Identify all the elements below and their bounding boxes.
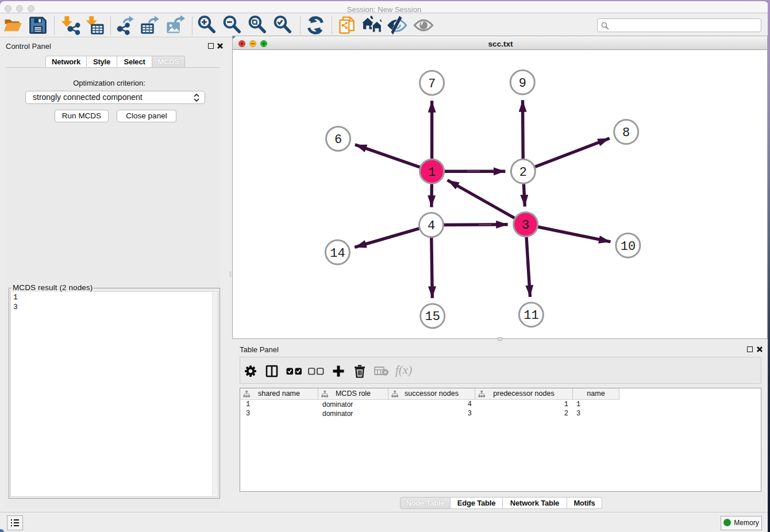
svg-text:11: 11 bbox=[523, 309, 538, 323]
svg-text:2: 2 bbox=[519, 165, 526, 180]
svg-text:6: 6 bbox=[334, 133, 341, 147]
svg-text:8: 8 bbox=[622, 126, 630, 140]
svg-text:9: 9 bbox=[518, 76, 526, 91]
svg-text:10: 10 bbox=[620, 240, 635, 254]
svg-text:1: 1 bbox=[428, 165, 436, 180]
svg-text:7: 7 bbox=[428, 77, 436, 91]
svg-text:14: 14 bbox=[330, 246, 345, 261]
svg-text:15: 15 bbox=[425, 310, 440, 325]
svg-text:4: 4 bbox=[427, 219, 434, 233]
svg-text:3: 3 bbox=[522, 218, 529, 233]
